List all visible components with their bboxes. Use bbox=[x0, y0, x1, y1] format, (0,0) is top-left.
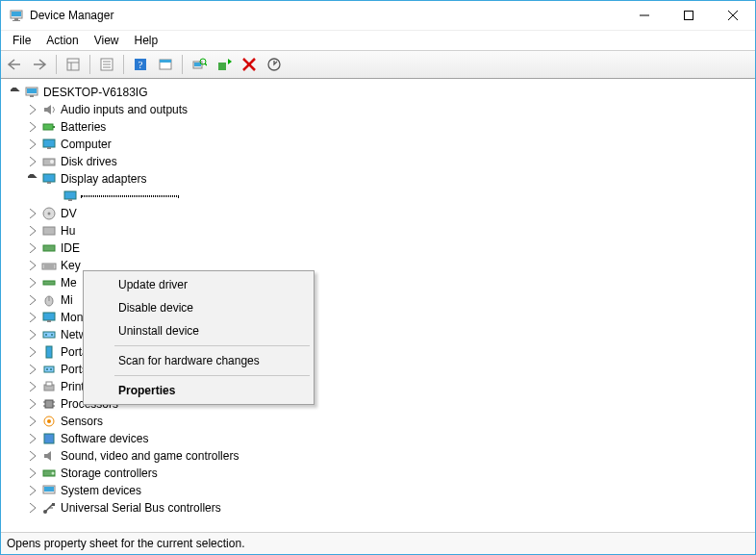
svg-rect-72 bbox=[44, 487, 54, 492]
context-menu-disable-device[interactable]: Disable device bbox=[86, 296, 312, 319]
tree-node-usb[interactable]: Universal Serial Bus controllers bbox=[5, 499, 755, 517]
chevron-right-icon[interactable] bbox=[26, 241, 39, 255]
device-manager-window: Device Manager File Action View Help bbox=[0, 0, 756, 555]
minimize-button[interactable] bbox=[622, 1, 667, 30]
menu-action[interactable]: Action bbox=[38, 32, 86, 49]
toolbar-scan-hardware-button[interactable] bbox=[188, 53, 211, 76]
chevron-down-icon[interactable] bbox=[9, 86, 22, 99]
disc-icon bbox=[41, 206, 57, 221]
tree-node-audio[interactable]: Audio inputs and outputs bbox=[5, 101, 755, 118]
display-adapter-icon bbox=[63, 189, 78, 204]
svg-rect-55 bbox=[46, 346, 52, 358]
computer-icon bbox=[24, 85, 39, 100]
menu-file[interactable]: File bbox=[5, 32, 38, 49]
chevron-right-icon[interactable] bbox=[26, 501, 39, 515]
svg-rect-50 bbox=[43, 313, 55, 320]
tree-root[interactable]: DESKTOP-V6183IG bbox=[5, 84, 755, 101]
chevron-right-icon[interactable] bbox=[26, 484, 39, 497]
storage-controller-icon bbox=[41, 466, 57, 481]
chevron-right-icon[interactable] bbox=[26, 380, 39, 393]
window-title: Device Manager bbox=[30, 9, 113, 22]
chevron-right-icon[interactable] bbox=[26, 432, 39, 445]
chevron-right-icon[interactable] bbox=[26, 276, 39, 290]
menu-view[interactable]: View bbox=[87, 32, 127, 49]
svg-point-67 bbox=[47, 419, 51, 423]
tree-node-display[interactable]: Display adapters bbox=[5, 170, 755, 188]
toolbar-forward-button[interactable] bbox=[28, 53, 51, 76]
sound-icon bbox=[41, 448, 57, 464]
chevron-right-icon[interactable] bbox=[26, 449, 39, 463]
toolbar-back-button[interactable] bbox=[3, 53, 26, 76]
toolbar-properties-button[interactable] bbox=[95, 53, 118, 76]
toolbar-show-hide-tree-button[interactable] bbox=[62, 53, 85, 76]
tree-node-label: System devices bbox=[61, 484, 141, 497]
context-menu: Update driver Disable device Uninstall d… bbox=[83, 270, 315, 405]
device-tree[interactable]: DESKTOP-V6183IG Audio inputs and outputs… bbox=[1, 79, 755, 532]
chevron-right-icon[interactable] bbox=[26, 259, 39, 272]
chevron-right-icon[interactable] bbox=[26, 224, 39, 238]
keyboard-icon bbox=[41, 258, 57, 273]
svg-rect-60 bbox=[46, 382, 52, 386]
tree-node-hid[interactable]: Hu bbox=[5, 222, 755, 240]
ide-icon bbox=[41, 240, 57, 256]
svg-rect-23 bbox=[218, 63, 226, 70]
tree-node-sound[interactable]: Sound, video and game controllers bbox=[5, 447, 755, 465]
context-menu-uninstall-device[interactable]: Uninstall device bbox=[86, 319, 312, 342]
chevron-down-icon[interactable] bbox=[26, 172, 39, 186]
display-adapter-icon bbox=[41, 171, 57, 187]
sensor-icon bbox=[41, 414, 57, 429]
tree-node-sensors[interactable]: Sensors bbox=[5, 413, 755, 430]
chevron-right-icon[interactable] bbox=[26, 207, 39, 220]
tree-node-computer[interactable]: Computer bbox=[5, 136, 755, 153]
chevron-right-icon[interactable] bbox=[26, 345, 39, 359]
svg-rect-47 bbox=[43, 281, 55, 285]
tree-node-ide[interactable]: IDE bbox=[5, 240, 755, 257]
chevron-right-icon[interactable] bbox=[26, 467, 39, 480]
chevron-right-icon[interactable] bbox=[26, 103, 39, 116]
chevron-right-icon[interactable] bbox=[26, 363, 39, 376]
maximize-button[interactable] bbox=[667, 1, 711, 30]
context-menu-scan-hardware[interactable]: Scan for hardware changes bbox=[86, 349, 312, 372]
chevron-right-icon[interactable] bbox=[26, 155, 39, 168]
monitor-icon bbox=[41, 310, 57, 325]
tree-node-storage[interactable]: Storage controllers bbox=[5, 465, 755, 482]
svg-rect-18 bbox=[160, 60, 171, 63]
tree-root-label: DESKTOP-V6183IG bbox=[43, 86, 148, 99]
chevron-right-icon[interactable] bbox=[26, 311, 39, 324]
expander-placeholder bbox=[47, 189, 61, 203]
svg-point-53 bbox=[45, 334, 47, 336]
svg-rect-44 bbox=[42, 264, 56, 269]
svg-point-35 bbox=[50, 160, 54, 164]
system-device-icon bbox=[41, 483, 57, 498]
chevron-right-icon[interactable] bbox=[26, 415, 39, 428]
software-device-icon bbox=[41, 431, 57, 446]
chevron-right-icon[interactable] bbox=[26, 328, 39, 341]
toolbar: ? bbox=[1, 50, 755, 79]
toolbar-help-button[interactable]: ? bbox=[129, 53, 152, 76]
tree-node-dvd[interactable]: DV bbox=[5, 205, 755, 222]
chevron-right-icon[interactable] bbox=[26, 293, 39, 307]
close-button[interactable] bbox=[711, 1, 755, 30]
tree-node-software[interactable]: Software devices bbox=[5, 430, 755, 447]
tree-node-label: Audio inputs and outputs bbox=[61, 103, 188, 116]
toolbar-uninstall-device-button[interactable] bbox=[238, 53, 261, 76]
toolbar-update-driver-button[interactable] bbox=[263, 53, 286, 76]
context-menu-update-driver[interactable]: Update driver bbox=[86, 273, 312, 296]
chevron-right-icon[interactable] bbox=[26, 397, 39, 411]
tree-node-label: Mi bbox=[61, 293, 73, 307]
tree-node-batteries[interactable]: Batteries bbox=[5, 118, 755, 136]
context-menu-properties[interactable]: Properties bbox=[86, 379, 312, 402]
tree-node-system-devices[interactable]: System devices bbox=[5, 482, 755, 499]
tree-node-disk[interactable]: Disk drives bbox=[5, 153, 755, 170]
context-menu-separator bbox=[114, 375, 310, 376]
chevron-right-icon[interactable] bbox=[26, 120, 39, 134]
toolbar-action-button[interactable] bbox=[154, 53, 177, 76]
toolbar-enable-device-button[interactable] bbox=[213, 53, 236, 76]
disk-icon bbox=[41, 154, 57, 169]
menu-help[interactable]: Help bbox=[127, 32, 166, 49]
statusbar: Opens property sheet for the current sel… bbox=[1, 532, 755, 554]
tree-node-display-child[interactable] bbox=[5, 188, 755, 205]
svg-point-41 bbox=[48, 213, 51, 215]
chevron-right-icon[interactable] bbox=[26, 138, 39, 151]
titlebar: Device Manager bbox=[1, 1, 755, 31]
